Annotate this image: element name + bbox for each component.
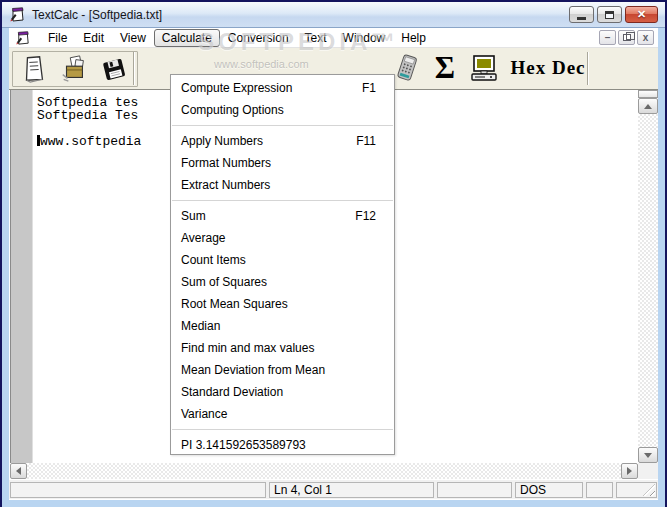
sum-sigma-icon: Σ <box>435 53 455 83</box>
new-document-icon <box>19 53 49 85</box>
status-panel <box>10 482 266 498</box>
menubar-item-conversion[interactable]: Conversion <box>220 29 297 47</box>
menubar: FileEditViewCalculateConversionTextWindo… <box>9 28 658 48</box>
menu-item-shortcut: F1 <box>362 77 376 99</box>
menu-item-compute-expression[interactable]: Compute ExpressionF1 <box>171 77 394 99</box>
menu-item-mean-deviation-from-mean[interactable]: Mean Deviation from Mean <box>171 359 394 381</box>
menubar-item-window[interactable]: Window <box>335 29 394 47</box>
status-file-format: DOS <box>515 482 583 498</box>
dos-windows-button[interactable] <box>466 52 500 84</box>
selection-margin[interactable] <box>11 90 33 463</box>
menu-item-root-mean-squares[interactable]: Root Mean Squares <box>171 293 394 315</box>
arrow-down-icon <box>644 453 652 458</box>
mdi-restore-button[interactable] <box>618 30 635 45</box>
arrow-left-icon <box>16 467 21 475</box>
calculate-menu: Compute ExpressionF1Computing OptionsApp… <box>170 74 395 455</box>
menu-item-label: Format Numbers <box>181 152 376 174</box>
menu-item-apply-numbers[interactable]: Apply NumbersF11 <box>171 130 394 152</box>
sum-button[interactable]: Σ <box>428 52 462 84</box>
minimize-button[interactable] <box>569 6 594 23</box>
menu-item-sum-of-squares[interactable]: Sum of Squares <box>171 271 394 293</box>
menu-item-average[interactable]: Average <box>171 227 394 249</box>
client-frame: FileEditViewCalculateConversionTextWindo… <box>2 28 665 507</box>
calculator-icon <box>392 52 422 84</box>
menu-item-label: Sum <box>181 205 355 227</box>
arrow-right-icon <box>627 467 632 475</box>
status-panel <box>437 482 512 498</box>
vertical-scrollbar[interactable] <box>638 90 658 463</box>
computer-icon <box>467 52 499 84</box>
menu-item-extract-numbers[interactable]: Extract Numbers <box>171 174 394 196</box>
menu-item-label: Extract Numbers <box>181 174 376 196</box>
menu-item-median[interactable]: Median <box>171 315 394 337</box>
menu-item-count-items[interactable]: Count Items <box>171 249 394 271</box>
horizontal-scrollbar-row <box>10 463 658 479</box>
scroll-left-button[interactable] <box>10 463 27 479</box>
close-icon: ✕ <box>637 8 646 21</box>
menubar-item-edit[interactable]: Edit <box>75 29 112 47</box>
menu-item-sum[interactable]: SumF12 <box>171 205 394 227</box>
document-system-icon[interactable] <box>15 30 31 46</box>
close-button[interactable]: ✕ <box>625 6 658 23</box>
statusbar: Ln 4, Col 1DOS <box>9 479 658 499</box>
menu-item-label: Count Items <box>181 249 376 271</box>
save-button[interactable] <box>97 53 131 85</box>
textcalc-window: SOFTPEDIA™ www.softpedia.com TextCalc - … <box>0 0 667 507</box>
menu-item-shortcut: F11 <box>356 130 376 152</box>
menu-item-label: Root Mean Squares <box>181 293 376 315</box>
text-caret <box>37 135 40 146</box>
split-box[interactable] <box>638 90 658 98</box>
menubar-item-calculate[interactable]: Calculate <box>154 29 220 47</box>
save-floppy-icon <box>99 53 129 85</box>
horizontal-scroll-track[interactable] <box>27 463 621 479</box>
mdi-close-button[interactable]: x <box>637 30 654 45</box>
open-box-icon <box>59 53 89 85</box>
hex-dec-label: Hex Dec <box>510 57 585 79</box>
titlebar[interactable]: TextCalc - [Softpedia.txt] ✕ <box>2 2 665 28</box>
menu-item-computing-options[interactable]: Computing Options <box>171 99 394 121</box>
horizontal-scrollbar[interactable] <box>10 463 638 479</box>
menu-item-pi-3-141592653589793[interactable]: PI 3.141592653589793 <box>171 434 394 456</box>
restore-button[interactable] <box>597 6 622 23</box>
menu-item-label: Compute Expression <box>181 77 362 99</box>
scroll-down-button[interactable] <box>638 447 658 463</box>
hex-dec-button[interactable]: Hex Dec <box>503 52 593 84</box>
scroll-up-button[interactable] <box>638 98 658 114</box>
status-panel <box>586 482 613 498</box>
window-title: TextCalc - [Softpedia.txt] <box>32 8 569 22</box>
open-file-button[interactable] <box>57 53 91 85</box>
menubar-item-help[interactable]: Help <box>393 29 434 47</box>
menu-item-label: Computing Options <box>181 99 376 121</box>
menu-separator <box>172 429 393 430</box>
menubar-item-text[interactable]: Text <box>297 29 335 47</box>
menu-item-label: Mean Deviation from Mean <box>181 359 376 381</box>
scroll-right-button[interactable] <box>621 463 638 479</box>
scrollbar-corner <box>638 463 658 479</box>
menu-separator <box>172 125 393 126</box>
menubar-item-file[interactable]: File <box>40 29 75 47</box>
menu-item-label: Median <box>181 315 376 337</box>
calculator-button[interactable] <box>390 52 424 84</box>
menu-item-label: Variance <box>181 403 376 425</box>
resize-grip[interactable] <box>643 484 655 496</box>
status-panel <box>616 482 657 498</box>
menu-item-variance[interactable]: Variance <box>171 403 394 425</box>
menu-item-shortcut: F12 <box>355 205 376 227</box>
mdi-minimize-button[interactable]: – <box>599 30 616 45</box>
arrow-up-icon <box>644 104 652 109</box>
menu-item-label: Apply Numbers <box>181 130 356 152</box>
toolbar-separator <box>133 52 134 85</box>
vertical-scroll-track[interactable] <box>638 114 658 447</box>
file-tool-group <box>12 51 138 87</box>
new-document-button[interactable] <box>17 53 51 85</box>
toolbar-separator-2 <box>587 52 588 85</box>
menubar-item-view[interactable]: View <box>112 29 154 47</box>
menu-item-label: Sum of Squares <box>181 271 376 293</box>
menu-separator <box>172 200 393 201</box>
status-cursor-position: Ln 4, Col 1 <box>269 482 434 498</box>
menu-item-label: Find min and max values <box>181 337 376 359</box>
menu-item-standard-deviation[interactable]: Standard Deviation <box>171 381 394 403</box>
restore-icon <box>605 11 614 19</box>
menu-item-find-min-and-max-values[interactable]: Find min and max values <box>171 337 394 359</box>
menu-item-format-numbers[interactable]: Format Numbers <box>171 152 394 174</box>
